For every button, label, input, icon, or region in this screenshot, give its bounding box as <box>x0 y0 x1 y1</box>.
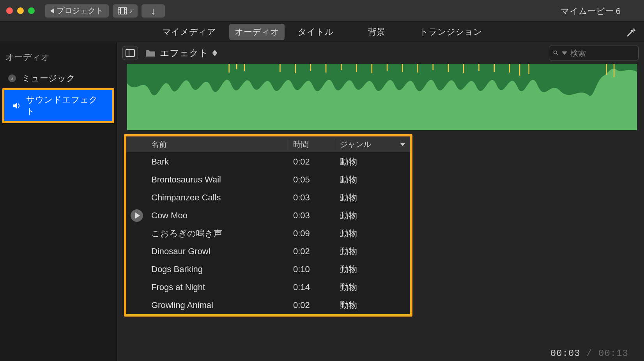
annotation-highlight: サウンドエフェクト <box>2 88 114 123</box>
table-row[interactable]: Dogs Barking0:10動物 <box>126 260 410 278</box>
sidebar-item-label: サウンドエフェクト <box>26 94 105 117</box>
close-window-button[interactable] <box>6 7 13 14</box>
table-row[interactable]: Bark0:02動物 <box>126 153 410 171</box>
download-arrow-icon: ↓ <box>151 6 156 16</box>
table-row[interactable]: Dinosaur Growl0:02動物 <box>126 242 410 260</box>
window-controls <box>6 7 35 14</box>
play-button[interactable] <box>131 209 143 222</box>
project-title: マイムービー 6 <box>561 5 621 17</box>
cell-time: 0:10 <box>289 264 336 274</box>
sidebar-item-label: ミュージック <box>22 73 75 84</box>
cell-genre: 動物 <box>336 281 410 293</box>
search-box[interactable] <box>549 46 639 60</box>
svg-point-18 <box>554 51 557 54</box>
play-cell <box>126 209 147 222</box>
media-library-button[interactable]: ♪ <box>113 4 138 18</box>
folder-label-text: エフェクト <box>160 47 209 59</box>
svg-rect-16 <box>126 50 134 57</box>
cell-name: Dogs Barking <box>147 264 289 274</box>
speaker-icon <box>11 101 21 111</box>
cell-name: Bark <box>147 157 289 167</box>
audio-sidebar: オーディオ ♪ ミュージック サウンドエフェクト <box>0 42 117 361</box>
music-note-icon: ♪ <box>7 73 17 83</box>
waveform-preview[interactable] <box>127 64 637 130</box>
cell-name: こおろぎの鳴き声 <box>147 228 289 239</box>
cell-time: 0:02 <box>289 157 336 167</box>
tab-my-media[interactable]: マイメディア <box>157 24 221 40</box>
browser-toolbar: エフェクト <box>117 42 644 64</box>
filmstrip-icon <box>118 7 127 14</box>
cell-name: Chimpanzee Calls <box>147 193 289 203</box>
cell-time: 0:02 <box>289 246 336 257</box>
search-icon <box>553 50 559 57</box>
cell-genre: 動物 <box>336 228 410 239</box>
playhead-time-display: 00:03 / 00:13 <box>550 348 628 359</box>
tab-audio[interactable]: オーディオ <box>229 24 285 40</box>
cell-time: 0:14 <box>289 282 336 292</box>
tab-backgrounds[interactable]: 背景 <box>363 24 391 40</box>
sound-effects-table: 名前 時間 ジャンル Bark0:02動物Brontosaurus Wail0:… <box>124 134 412 317</box>
current-time: 00:03 <box>550 348 580 359</box>
svg-rect-0 <box>118 7 127 14</box>
cell-name: Brontosaurus Wail <box>147 175 289 185</box>
cell-name: Growling Animal <box>147 300 289 310</box>
chevron-down-icon <box>400 143 405 146</box>
back-to-projects-label: プロジェクト <box>57 5 103 16</box>
chevron-updown-icon <box>212 50 217 56</box>
cell-name: Cow Moo <box>147 211 289 221</box>
browser-main: エフェクト <box>117 42 644 361</box>
cell-time: 0:05 <box>289 175 336 185</box>
cell-time: 0:03 <box>289 211 336 221</box>
svg-line-19 <box>557 54 558 55</box>
column-header-name[interactable]: 名前 <box>147 139 289 150</box>
sidebar-heading: オーディオ <box>0 48 117 69</box>
enhance-wand-button[interactable] <box>624 27 637 40</box>
total-time: 00:13 <box>598 348 628 359</box>
table-row[interactable]: Chimpanzee Calls0:03動物 <box>126 189 410 207</box>
cell-time: 0:09 <box>289 228 336 239</box>
table-row[interactable]: Cow Moo0:03動物 <box>126 207 410 225</box>
chevron-down-icon <box>562 51 567 55</box>
svg-text:♪: ♪ <box>11 75 14 81</box>
column-header-genre-label: ジャンル <box>340 139 371 150</box>
maximize-window-button[interactable] <box>28 7 35 14</box>
cell-genre: 動物 <box>336 299 410 311</box>
table-row[interactable]: Brontosaurus Wail0:05動物 <box>126 171 410 189</box>
play-icon <box>135 212 140 219</box>
search-input[interactable] <box>570 49 634 58</box>
column-header-time[interactable]: 時間 <box>289 139 336 150</box>
toggle-sidebar-button[interactable] <box>122 46 138 60</box>
sidebar-item-sound-effects[interactable]: サウンドエフェクト <box>4 90 112 121</box>
table-header: 名前 時間 ジャンル <box>126 136 410 153</box>
cell-name: Dinosaur Growl <box>147 246 289 257</box>
magic-wand-icon <box>625 27 636 39</box>
music-note-icon: ♪ <box>129 7 132 14</box>
cell-genre: 動物 <box>336 174 410 186</box>
table-row[interactable]: こおろぎの鳴き声0:09動物 <box>126 225 410 242</box>
sidebar-toggle-icon <box>126 49 135 57</box>
column-header-genre[interactable]: ジャンル <box>336 139 410 150</box>
svg-line-12 <box>634 29 635 30</box>
cell-name: Frogs at Night <box>147 282 289 292</box>
waveform-graphic <box>127 64 637 130</box>
cell-genre: 動物 <box>336 192 410 204</box>
minimize-window-button[interactable] <box>17 7 24 14</box>
cell-genre: 動物 <box>336 264 410 275</box>
import-button[interactable]: ↓ <box>142 4 165 18</box>
back-to-projects-button[interactable]: プロジェクト <box>45 4 109 18</box>
cell-time: 0:02 <box>289 300 336 310</box>
cell-genre: 動物 <box>336 246 410 257</box>
tab-titles[interactable]: タイトル <box>292 24 339 40</box>
table-row[interactable]: Frogs at Night0:14動物 <box>126 278 410 296</box>
tab-transitions[interactable]: トランジション <box>414 24 488 40</box>
cell-genre: 動物 <box>336 156 410 168</box>
table-row[interactable]: Growling Animal0:02動物 <box>126 296 410 314</box>
folder-dropdown[interactable]: エフェクト <box>145 47 217 59</box>
sidebar-item-music[interactable]: ♪ ミュージック <box>0 69 117 88</box>
titlebar: プロジェクト ♪ ↓ マイムービー 6 <box>0 0 644 22</box>
folder-icon <box>145 49 156 57</box>
chevron-left-icon <box>50 8 54 14</box>
svg-line-13 <box>632 31 632 32</box>
cell-genre: 動物 <box>336 210 410 221</box>
time-separator: / <box>580 348 598 359</box>
